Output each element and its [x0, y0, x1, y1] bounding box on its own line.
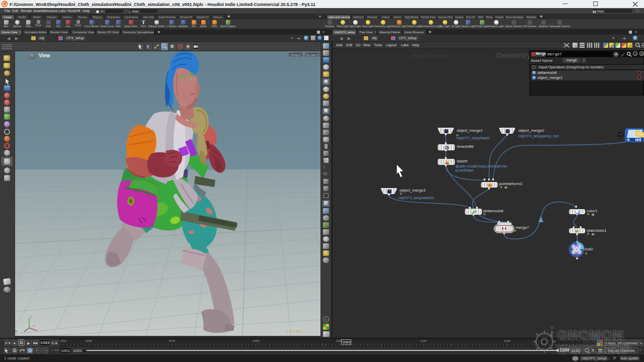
- svg-text:H: H: [260, 245, 263, 249]
- svg-text:0: 0: [302, 214, 304, 218]
- svg-text:1 cbj 1.dBox: 1 cbj 1.dBox: [287, 330, 302, 333]
- svg-text:x: x: [33, 324, 35, 327]
- svg-text:y: y: [30, 315, 32, 318]
- svg-text:0: 0: [167, 264, 170, 268]
- svg-text:GNOMON: GNOMON: [556, 327, 623, 342]
- svg-text:WORKSHOP: WORKSHOP: [556, 343, 630, 356]
- svg-text:0: 0: [152, 265, 154, 269]
- svg-text:E: E: [551, 334, 554, 338]
